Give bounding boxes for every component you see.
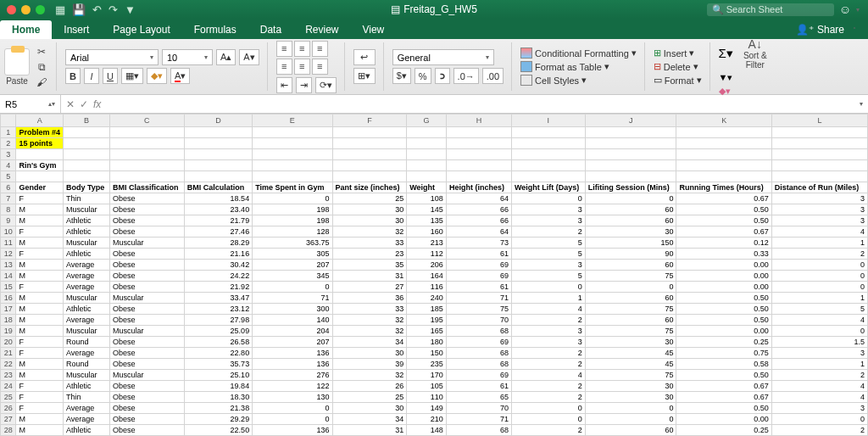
- cell[interactable]: Round: [63, 359, 109, 370]
- cell[interactable]: M: [16, 238, 64, 249]
- cell[interactable]: [184, 160, 252, 171]
- cell[interactable]: 64: [446, 226, 511, 238]
- cell[interactable]: [771, 171, 867, 182]
- cell[interactable]: [332, 149, 407, 160]
- cell[interactable]: Obese: [109, 260, 184, 271]
- cell[interactable]: 5: [511, 238, 585, 249]
- cell[interactable]: Running Times (Hours): [676, 182, 771, 193]
- cell[interactable]: 206: [407, 260, 447, 271]
- cell[interactable]: Obese: [109, 271, 184, 282]
- cell[interactable]: Obese: [109, 226, 184, 238]
- cell[interactable]: F: [16, 337, 64, 348]
- cell[interactable]: [585, 138, 676, 149]
- cell[interactable]: 30: [332, 215, 407, 226]
- cell[interactable]: 75: [446, 304, 511, 315]
- cell[interactable]: 0: [771, 282, 867, 293]
- cell[interactable]: Body Type: [63, 182, 109, 193]
- copy-icon[interactable]: ⧉: [35, 61, 48, 73]
- cell[interactable]: Athletic: [63, 249, 109, 260]
- cell[interactable]: 112: [407, 249, 447, 260]
- cell[interactable]: Obese: [109, 249, 184, 260]
- cell[interactable]: Average: [63, 348, 109, 359]
- cell[interactable]: Average: [63, 414, 109, 425]
- zoom-window[interactable]: [36, 5, 45, 14]
- cell[interactable]: [332, 160, 407, 171]
- cell[interactable]: 0: [253, 282, 332, 293]
- cell[interactable]: [16, 171, 64, 182]
- cell[interactable]: [109, 160, 184, 171]
- cell[interactable]: [332, 171, 407, 182]
- cell[interactable]: 75: [585, 271, 676, 282]
- cell[interactable]: 195: [407, 315, 447, 326]
- cell[interactable]: 1: [511, 293, 585, 304]
- cell[interactable]: Obese: [109, 304, 184, 315]
- cell[interactable]: Muscular: [109, 326, 184, 337]
- bold-button[interactable]: B: [65, 68, 81, 84]
- cell[interactable]: 69: [446, 337, 511, 348]
- align-center[interactable]: ≡: [294, 59, 310, 75]
- cell[interactable]: Muscular: [63, 370, 109, 381]
- cell[interactable]: [446, 127, 511, 138]
- tab-view[interactable]: View: [350, 20, 396, 39]
- paste-icon[interactable]: [4, 48, 30, 75]
- cell[interactable]: 17: [1, 304, 16, 315]
- cell[interactable]: 35.73: [184, 359, 252, 370]
- cell[interactable]: [676, 138, 771, 149]
- cell[interactable]: [511, 138, 585, 149]
- cell[interactable]: 3: [511, 260, 585, 271]
- cell[interactable]: 66: [446, 215, 511, 226]
- cell[interactable]: Problem #4: [16, 127, 64, 138]
- cell[interactable]: [407, 171, 447, 182]
- cell[interactable]: 27.98: [184, 315, 252, 326]
- cell[interactable]: 0: [585, 282, 676, 293]
- cell[interactable]: 18: [1, 315, 16, 326]
- cell[interactable]: M: [16, 204, 64, 215]
- cell[interactable]: 135: [407, 215, 447, 226]
- cell[interactable]: 45: [585, 348, 676, 359]
- cell[interactable]: 3: [511, 215, 585, 226]
- cell[interactable]: 69: [446, 260, 511, 271]
- cell[interactable]: 71: [253, 293, 332, 304]
- cell[interactable]: 24: [1, 381, 16, 392]
- cell[interactable]: 2: [771, 425, 867, 436]
- cell[interactable]: [63, 160, 109, 171]
- orientation[interactable]: ⟳▾: [315, 77, 337, 93]
- cell[interactable]: 305: [253, 249, 332, 260]
- cell[interactable]: [253, 149, 332, 160]
- cell[interactable]: 22: [1, 359, 16, 370]
- cell[interactable]: Muscular: [109, 370, 184, 381]
- cell[interactable]: 300: [253, 304, 332, 315]
- cell[interactable]: [511, 149, 585, 160]
- cell[interactable]: 210: [407, 414, 447, 425]
- cell[interactable]: [184, 127, 252, 138]
- cell[interactable]: 0: [771, 271, 867, 282]
- cell[interactable]: 0: [511, 414, 585, 425]
- cell[interactable]: 150: [585, 238, 676, 249]
- cell[interactable]: Athletic: [63, 215, 109, 226]
- cell[interactable]: 0.00: [676, 282, 771, 293]
- cell[interactable]: C: [109, 115, 184, 127]
- cell[interactable]: [676, 171, 771, 182]
- clear-icon[interactable]: ◆▾: [719, 86, 731, 97]
- cell[interactable]: 30: [332, 403, 407, 414]
- cell[interactable]: Height (inches): [446, 182, 511, 193]
- cell[interactable]: [332, 127, 407, 138]
- cell[interactable]: 75: [585, 326, 676, 337]
- cell[interactable]: A: [16, 115, 64, 127]
- cell[interactable]: 25.10: [184, 370, 252, 381]
- cell[interactable]: 1: [771, 293, 867, 304]
- cell[interactable]: 12: [1, 249, 16, 260]
- fx-icon[interactable]: fx: [93, 98, 101, 110]
- cell[interactable]: 23.40: [184, 204, 252, 215]
- cell[interactable]: 26.58: [184, 337, 252, 348]
- cell[interactable]: 61: [446, 282, 511, 293]
- cell[interactable]: 2: [511, 392, 585, 403]
- cell[interactable]: 0.50: [676, 370, 771, 381]
- cell[interactable]: [253, 127, 332, 138]
- cell[interactable]: 3: [511, 204, 585, 215]
- cell[interactable]: 25.09: [184, 326, 252, 337]
- cancel-formula[interactable]: ✕: [66, 98, 75, 110]
- cell[interactable]: 60: [585, 315, 676, 326]
- cell[interactable]: Obese: [109, 425, 184, 436]
- decrease-font-icon[interactable]: A▾: [239, 49, 259, 65]
